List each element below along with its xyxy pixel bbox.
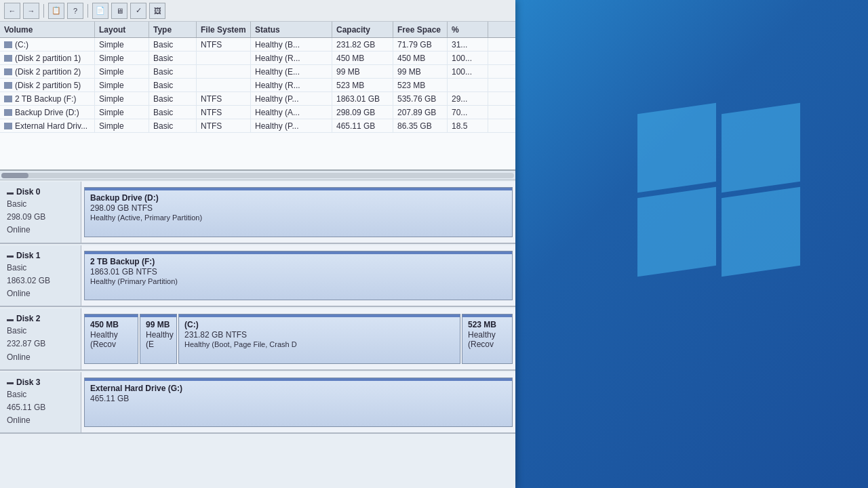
col-header-volume[interactable]: Volume xyxy=(0,22,95,37)
graphic-button[interactable]: 🖼 xyxy=(149,3,165,19)
disk-name-1: ▬ Disk 1 xyxy=(7,251,74,260)
view-button[interactable]: 📄 xyxy=(92,3,108,19)
partition-size-2-1: Healthy (E xyxy=(146,330,171,349)
disk-meta-2: Basic232.87 GBOnline xyxy=(7,325,74,364)
volume-icon xyxy=(4,109,12,116)
disk-name-2: ▬ Disk 2 xyxy=(7,314,74,323)
td-capacity: 231.82 GB xyxy=(332,38,393,51)
table-row[interactable]: Backup Drive (D:) Simple Basic NTFS Heal… xyxy=(0,106,515,119)
td-percent: 70... xyxy=(448,106,488,119)
td-type: Basic xyxy=(149,106,197,119)
td-capacity: 1863.01 GB xyxy=(332,92,393,105)
td-fs: NTFS xyxy=(197,106,251,119)
table-header: Volume Layout Type File System Status Ca… xyxy=(0,22,515,38)
td-volume: Backup Drive (D:) xyxy=(0,106,95,119)
td-status: Healthy (E... xyxy=(251,65,332,78)
disk-row-3: ▬ Disk 3 Basic465.11 GBOnline External H… xyxy=(0,372,515,434)
horizontal-scrollbar[interactable] xyxy=(0,171,515,180)
table-row[interactable]: External Hard Driv... Simple Basic NTFS … xyxy=(0,119,515,133)
logo-pane-tl xyxy=(637,103,716,192)
partition-2-0[interactable]: 450 MBHealthy (Recov xyxy=(84,314,138,364)
partition-2-2[interactable]: (C:)231.82 GB NTFSHealthy (Boot, Page Fi… xyxy=(178,314,460,364)
partition-2-1[interactable]: 99 MBHealthy (E xyxy=(140,314,177,364)
partition-name-2-1: 99 MB xyxy=(146,320,171,329)
col-header-status[interactable]: Status xyxy=(251,22,332,37)
partition-name-1-0: 2 TB Backup (F:) xyxy=(90,257,507,266)
table-row[interactable]: (Disk 2 partition 1) Simple Basic Health… xyxy=(0,52,515,65)
partition-size-0-0: 298.09 GB NTFS xyxy=(90,203,507,213)
td-percent xyxy=(448,79,488,92)
logo-pane-tr xyxy=(722,103,800,192)
back-button[interactable]: ← xyxy=(4,3,20,19)
partition-size-2-0: Healthy (Recov xyxy=(90,330,132,349)
td-fs: NTFS xyxy=(197,119,251,132)
td-volume: External Hard Driv... xyxy=(0,119,95,132)
partition-2-3[interactable]: 523 MBHealthy (Recov xyxy=(462,314,513,364)
partition-status-0-0: Healthy (Active, Primary Partition) xyxy=(90,214,507,222)
table-row[interactable]: 2 TB Backup (F:) Simple Basic NTFS Healt… xyxy=(0,92,515,106)
partition-status-1-0: Healthy (Primary Partition) xyxy=(90,277,507,285)
volume-icon xyxy=(4,82,12,89)
col-header-fs[interactable]: File System xyxy=(197,22,251,37)
td-layout: Simple xyxy=(95,106,149,119)
partition-bar xyxy=(179,314,460,317)
td-type: Basic xyxy=(149,52,197,64)
disk-partitions-0: Backup Drive (D:)298.09 GB NTFSHealthy (… xyxy=(81,182,515,243)
partition-name-2-0: 450 MB xyxy=(90,320,132,329)
properties-button[interactable]: 📋 xyxy=(48,3,64,19)
col-header-freespace[interactable]: Free Space xyxy=(393,22,448,37)
forward-button[interactable]: → xyxy=(23,3,39,19)
partition-3-0[interactable]: External Hard Drive (G:)465.11 GB xyxy=(84,378,513,428)
td-fs xyxy=(197,65,251,78)
help-button[interactable]: ? xyxy=(67,3,83,19)
disk-name-0: ▬ Disk 0 xyxy=(7,187,74,197)
disk-name-3: ▬ Disk 3 xyxy=(7,378,74,387)
td-percent: 100... xyxy=(448,65,488,78)
td-freespace: 450 MB xyxy=(393,52,448,64)
partition-1-0[interactable]: 2 TB Backup (F:)1863.01 GB NTFSHealthy (… xyxy=(84,251,513,301)
td-fs: NTFS xyxy=(197,92,251,105)
col-header-layout[interactable]: Layout xyxy=(95,22,149,37)
scrollbar-track[interactable] xyxy=(1,173,514,178)
table-row[interactable]: (Disk 2 partition 5) Simple Basic Health… xyxy=(0,79,515,92)
disk-partitions-2: 450 MBHealthy (Recov99 MBHealthy (E(C:)2… xyxy=(81,308,515,369)
toolbar-sep-1 xyxy=(43,4,44,18)
table-row[interactable]: (C:) Simple Basic NTFS Healthy (B... 231… xyxy=(0,38,515,52)
td-status: Healthy (P... xyxy=(251,119,332,132)
td-status: Healthy (R... xyxy=(251,79,332,92)
td-percent: 31... xyxy=(448,38,488,51)
disk-row-2: ▬ Disk 2 Basic232.87 GBOnline 450 MBHeal… xyxy=(0,308,515,371)
td-layout: Simple xyxy=(95,52,149,64)
disk-view-button[interactable]: 🖥 xyxy=(111,3,127,19)
td-volume: 2 TB Backup (F:) xyxy=(0,92,95,105)
td-capacity: 298.09 GB xyxy=(332,106,393,119)
col-header-capacity[interactable]: Capacity xyxy=(332,22,393,37)
scrollbar-thumb[interactable] xyxy=(1,173,28,178)
td-type: Basic xyxy=(149,65,197,78)
col-header-type[interactable]: Type xyxy=(149,22,197,37)
disk-arrow-icon: ▬ xyxy=(7,378,14,386)
partition-bar xyxy=(462,314,512,317)
col-header-percent[interactable]: % xyxy=(448,22,488,37)
td-capacity: 465.11 GB xyxy=(332,119,393,132)
partition-name-2-3: 523 MB xyxy=(468,320,507,329)
check-button[interactable]: ✓ xyxy=(130,3,146,19)
td-status: Healthy (B... xyxy=(251,38,332,51)
td-fs xyxy=(197,79,251,92)
td-volume: (Disk 2 partition 5) xyxy=(0,79,95,92)
disk-info-1: ▬ Disk 1 Basic1863.02 GBOnline xyxy=(0,245,81,306)
partition-size-1-0: 1863.01 GB NTFS xyxy=(90,267,507,277)
partition-size-3-0: 465.11 GB xyxy=(90,394,507,403)
partition-name-0-0: Backup Drive (D:) xyxy=(90,193,507,203)
td-freespace: 71.79 GB xyxy=(393,38,448,51)
td-percent: 29... xyxy=(448,92,488,105)
td-volume: (Disk 2 partition 1) xyxy=(0,52,95,64)
partition-0-0[interactable]: Backup Drive (D:)298.09 GB NTFSHealthy (… xyxy=(84,187,513,237)
toolbar-sep-2 xyxy=(87,4,88,18)
td-layout: Simple xyxy=(95,119,149,132)
volume-icon xyxy=(4,68,12,75)
td-type: Basic xyxy=(149,38,197,51)
table-row[interactable]: (Disk 2 partition 2) Simple Basic Health… xyxy=(0,65,515,79)
disk-meta-0: Basic298.09 GBOnline xyxy=(7,198,74,237)
td-capacity: 523 MB xyxy=(332,79,393,92)
